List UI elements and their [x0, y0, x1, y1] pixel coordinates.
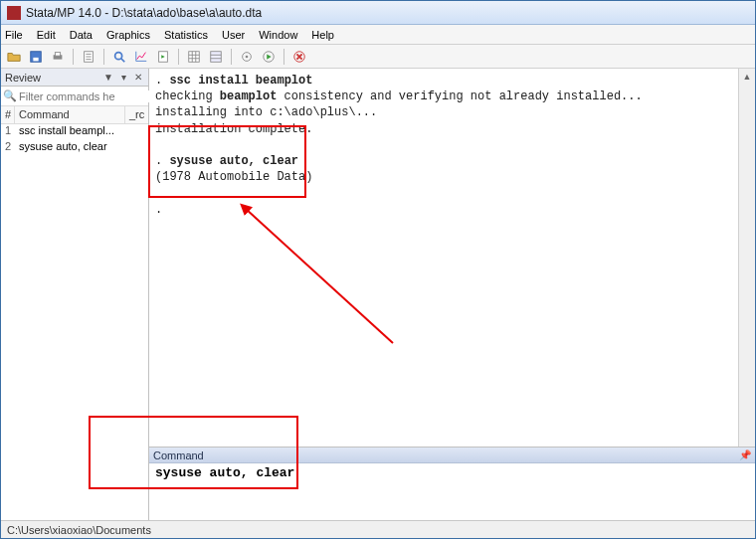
- col-command[interactable]: Command: [15, 106, 124, 123]
- menu-window[interactable]: Window: [259, 29, 297, 41]
- command-title: Command: [153, 449, 204, 461]
- prompt: .: [155, 74, 169, 88]
- col-rc[interactable]: _rc: [124, 106, 148, 123]
- toolbar-sep: [103, 49, 104, 65]
- output-text: installing into c:\ado\plus\...: [155, 105, 377, 119]
- close-icon[interactable]: ✕: [132, 72, 144, 84]
- review-header: Review ▼ ▾ ✕: [1, 69, 148, 87]
- continue-icon[interactable]: [260, 48, 278, 66]
- output-text: (1978 Automobile Data): [155, 170, 312, 184]
- log-icon[interactable]: [80, 48, 97, 66]
- svg-rect-7: [189, 51, 200, 62]
- results-wrap: . ssc install beamplot checking beamplot…: [149, 69, 755, 447]
- main-area: . ssc install beamplot checking beamplot…: [149, 69, 755, 520]
- results-pane[interactable]: . ssc install beamplot checking beamplot…: [149, 69, 738, 447]
- open-icon[interactable]: [5, 48, 23, 66]
- command-pane: Command 📌 sysuse auto, clear: [149, 447, 755, 520]
- menu-file[interactable]: File: [5, 29, 23, 41]
- filter-icon[interactable]: ▼: [102, 72, 114, 84]
- pin-icon[interactable]: ▾: [117, 72, 129, 84]
- filter-input[interactable]: [19, 90, 156, 102]
- app-window: Stata/MP 14.0 - D:\stata\ado\base\a\auto…: [0, 0, 756, 539]
- review-pane: Review ▼ ▾ ✕ 🔍 i # Command _rc 1: [1, 69, 149, 520]
- variables-icon[interactable]: [238, 48, 256, 66]
- toolbar-sep: [73, 49, 74, 65]
- results-scrollbar[interactable]: ▲: [738, 69, 755, 447]
- toolbar-sep: [231, 49, 232, 65]
- review-title: Review: [5, 72, 41, 84]
- output-text: checking: [155, 90, 220, 103]
- review-row[interactable]: 2 sysuse auto, clear: [1, 140, 148, 156]
- row-cmd: sysuse auto, clear: [15, 140, 148, 156]
- svg-rect-1: [33, 57, 38, 61]
- command-text: sysuse auto, clear: [155, 465, 294, 480]
- output-text: consistency and verifying not already in…: [277, 90, 642, 103]
- prompt: .: [155, 154, 169, 168]
- save-icon[interactable]: [27, 48, 45, 66]
- data-editor-icon[interactable]: [185, 48, 203, 66]
- row-num: 1: [1, 124, 15, 140]
- prompt: .: [155, 203, 162, 217]
- menu-data[interactable]: Data: [70, 29, 93, 41]
- command-header: Command 📌: [149, 448, 755, 463]
- svg-rect-8: [211, 51, 222, 62]
- col-num[interactable]: #: [1, 106, 15, 123]
- menu-user[interactable]: User: [222, 29, 245, 41]
- data-browser-icon[interactable]: [207, 48, 225, 66]
- menu-statistics[interactable]: Statistics: [164, 29, 208, 41]
- filter-row: 🔍 i: [1, 87, 148, 106]
- output-text: beamplot: [220, 90, 278, 103]
- app-icon: [7, 6, 21, 20]
- review-columns: # Command _rc: [1, 106, 148, 124]
- pin-icon[interactable]: 📌: [739, 449, 751, 460]
- break-icon[interactable]: [290, 48, 308, 66]
- row-cmd: ssc install beampl...: [15, 124, 148, 140]
- toolbar-sep: [284, 49, 284, 65]
- title-bar: Stata/MP 14.0 - D:\stata\ado\base\a\auto…: [1, 1, 755, 25]
- toolbar: [1, 45, 755, 69]
- viewer-icon[interactable]: [110, 48, 128, 66]
- menu-help[interactable]: Help: [311, 29, 334, 41]
- do-file-icon[interactable]: [154, 48, 172, 66]
- row-num: 2: [1, 140, 15, 156]
- print-icon[interactable]: [49, 48, 67, 66]
- menu-bar: File Edit Data Graphics Statistics User …: [1, 25, 755, 45]
- graph-icon[interactable]: [132, 48, 150, 66]
- command-input[interactable]: sysuse auto, clear: [149, 463, 755, 520]
- status-text: C:\Users\xiaoxiao\Documents: [7, 524, 151, 536]
- main-body: Review ▼ ▾ ✕ 🔍 i # Command _rc 1: [1, 69, 755, 520]
- menu-graphics[interactable]: Graphics: [106, 29, 150, 41]
- cmd-text: sysuse auto, clear: [169, 154, 298, 168]
- svg-point-5: [115, 52, 122, 59]
- output-text: installation complete.: [155, 122, 312, 136]
- search-icon: 🔍: [3, 90, 17, 103]
- svg-point-10: [246, 55, 249, 58]
- menu-edit[interactable]: Edit: [37, 29, 56, 41]
- cmd-text: ssc install beamplot: [169, 74, 312, 88]
- svg-rect-3: [55, 52, 60, 56]
- scroll-up-icon[interactable]: ▲: [739, 69, 755, 85]
- window-title: Stata/MP 14.0 - D:\stata\ado\base\a\auto…: [26, 6, 262, 20]
- status-bar: C:\Users\xiaoxiao\Documents: [1, 520, 755, 538]
- review-list: 1 ssc install beampl... 2 sysuse auto, c…: [1, 124, 148, 520]
- review-row[interactable]: 1 ssc install beampl...: [1, 124, 148, 140]
- toolbar-sep: [178, 49, 179, 65]
